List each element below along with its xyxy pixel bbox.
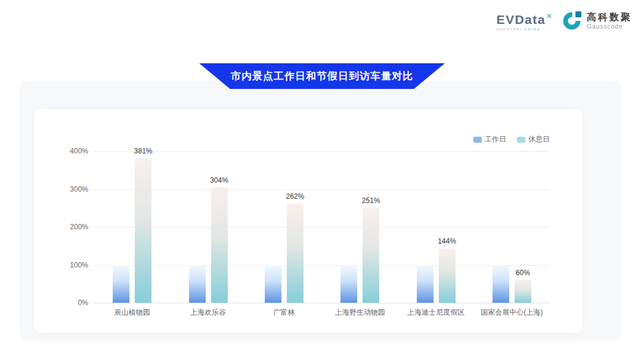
legend-swatch-icon [517, 137, 525, 143]
brand-logos: EVData✕ SHANGHAI CHINA 高科数聚 Gausscode [496, 10, 632, 32]
bar-value-label: 262% [286, 192, 304, 201]
bar-value-label: 251% [362, 196, 380, 205]
bar-休息日-广富林 [287, 204, 304, 303]
x-axis-line [94, 303, 550, 303]
bar-休息日-国家会展中心(上海) [515, 280, 531, 303]
legend-item-休息日[interactable]: 休息日 [517, 134, 550, 144]
title-banner: 市内景点工作日和节假日到访车量对比 [199, 63, 445, 89]
bar-休息日-上海迪士尼度假区 [439, 248, 456, 303]
legend-label: 工作日 [485, 134, 506, 144]
bar-工作日-广富林 [265, 265, 281, 303]
chart-card: 工作日休息日 0%100%200%300%400% 381%304%262%25… [34, 109, 583, 333]
x-category-label: 广富林 [273, 307, 295, 318]
bar-value-label: 60% [516, 269, 530, 277]
gausscode-text: 高科数聚 Gausscode [587, 12, 632, 30]
bar-休息日-上海野生动物园 [363, 208, 379, 303]
legend-item-工作日[interactable]: 工作日 [473, 134, 506, 144]
y-tick-label: 300% [34, 185, 88, 193]
gausscode-logo: 高科数聚 Gausscode [563, 10, 632, 32]
evdata-subtitle: SHANGHAI CHINA [496, 27, 552, 31]
y-tick-label: 200% [34, 223, 88, 231]
y-tick-label: 0% [34, 299, 88, 307]
x-category-label: 上海迪士尼度假区 [407, 307, 465, 318]
evdata-x-icon: ✕ [546, 12, 552, 20]
evdata-logo: EVData✕ SHANGHAI CHINA [496, 10, 552, 31]
bar-休息日-上海欢乐谷 [211, 187, 228, 303]
chart-plot-area: 381%304%262%251%144%60% [94, 151, 550, 303]
bar-工作日-国家会展中心(上海) [493, 265, 509, 303]
content-panel: 工作日休息日 0%100%200%300%400% 381%304%262%25… [20, 81, 622, 342]
bar-value-label: 144% [438, 237, 456, 245]
bar-value-label: 381% [134, 147, 153, 155]
x-category-label: 国家会展中心(上海) [481, 307, 543, 318]
chart-legend: 工作日休息日 [473, 134, 550, 144]
bar-工作日-辰山植物园 [113, 265, 129, 303]
page-title: 市内景点工作日和节假日到访车量对比 [231, 69, 413, 83]
y-tick-label: 100% [34, 261, 88, 269]
bar-工作日-上海迪士尼度假区 [417, 265, 434, 303]
legend-label: 休息日 [528, 134, 550, 144]
gausscode-g-icon [563, 10, 583, 32]
x-category-label: 上海欢乐谷 [190, 307, 226, 318]
gausscode-cn-name: 高科数聚 [587, 12, 632, 23]
gausscode-en-name: Gausscode [587, 23, 632, 30]
x-category-label: 上海野生动物园 [335, 307, 385, 318]
evdata-wordmark: EVData [496, 13, 546, 26]
bar-休息日-辰山植物园 [135, 158, 151, 303]
bar-工作日-上海野生动物园 [340, 265, 357, 303]
y-tick-label: 400% [34, 147, 88, 155]
bar-value-label: 304% [210, 176, 228, 184]
bar-工作日-上海欢乐谷 [189, 265, 206, 303]
x-category-label: 辰山植物园 [114, 307, 150, 318]
legend-swatch-icon [473, 137, 482, 143]
